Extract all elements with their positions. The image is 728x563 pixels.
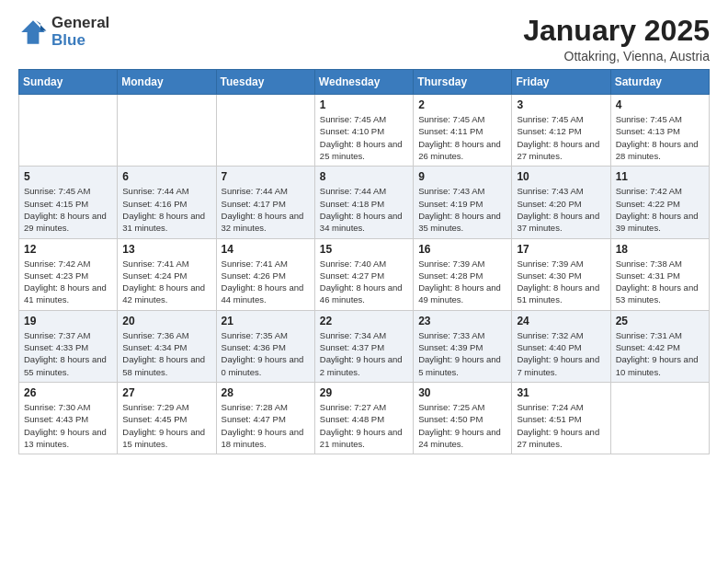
day-info: Sunrise: 7:39 AM Sunset: 4:28 PM Dayligh…: [418, 258, 506, 306]
calendar-cell-3-1: 12Sunrise: 7:42 AM Sunset: 4:23 PM Dayli…: [19, 238, 118, 310]
calendar-cell-2-2: 6Sunrise: 7:44 AM Sunset: 4:16 PM Daylig…: [118, 167, 216, 238]
day-info: Sunrise: 7:45 AM Sunset: 4:10 PM Dayligh…: [320, 113, 408, 162]
week-row-2: 5Sunrise: 7:45 AM Sunset: 4:15 PM Daylig…: [19, 167, 710, 238]
calendar-cell-1-2: [118, 95, 216, 167]
day-number: 6: [122, 170, 210, 183]
logo-general: General: [51, 14, 109, 31]
calendar-cell-2-7: 11Sunrise: 7:42 AM Sunset: 4:22 PM Dayli…: [610, 167, 709, 238]
day-info: Sunrise: 7:44 AM Sunset: 4:16 PM Dayligh…: [122, 185, 210, 234]
day-number: 2: [418, 98, 506, 111]
weekday-header-thursday: Thursday: [414, 70, 512, 95]
day-info: Sunrise: 7:40 AM Sunset: 4:27 PM Dayligh…: [320, 258, 408, 306]
day-info: Sunrise: 7:28 AM Sunset: 4:47 PM Dayligh…: [222, 401, 310, 450]
day-number: 23: [418, 315, 506, 327]
calendar-cell-3-2: 13Sunrise: 7:41 AM Sunset: 4:24 PM Dayli…: [118, 238, 216, 310]
logo-text: General Blue: [51, 15, 109, 49]
calendar-cell-4-3: 21Sunrise: 7:35 AM Sunset: 4:36 PM Dayli…: [216, 310, 314, 382]
day-number: 30: [418, 386, 506, 399]
day-info: Sunrise: 7:32 AM Sunset: 4:40 PM Dayligh…: [517, 329, 605, 378]
day-info: Sunrise: 7:45 AM Sunset: 4:13 PM Dayligh…: [616, 113, 704, 162]
day-info: Sunrise: 7:31 AM Sunset: 4:42 PM Dayligh…: [616, 329, 704, 378]
logo-icon: [18, 17, 48, 47]
calendar-cell-1-6: 3Sunrise: 7:45 AM Sunset: 4:12 PM Daylig…: [512, 95, 610, 167]
day-number: 26: [24, 386, 112, 399]
day-number: 9: [418, 170, 506, 183]
day-info: Sunrise: 7:34 AM Sunset: 4:37 PM Dayligh…: [320, 329, 408, 378]
week-row-5: 26Sunrise: 7:30 AM Sunset: 4:43 PM Dayli…: [19, 382, 710, 454]
day-info: Sunrise: 7:42 AM Sunset: 4:22 PM Dayligh…: [616, 185, 704, 234]
header: General Blue January 2025 Ottakring, Vie…: [18, 15, 710, 63]
day-number: 22: [320, 315, 408, 327]
logo-blue: Blue: [51, 31, 85, 49]
day-info: Sunrise: 7:41 AM Sunset: 4:26 PM Dayligh…: [222, 258, 310, 306]
calendar-cell-4-5: 23Sunrise: 7:33 AM Sunset: 4:39 PM Dayli…: [414, 310, 512, 382]
calendar-cell-1-1: [19, 95, 118, 167]
weekday-header-tuesday: Tuesday: [216, 70, 314, 95]
week-row-1: 1Sunrise: 7:45 AM Sunset: 4:10 PM Daylig…: [19, 95, 710, 167]
calendar-cell-5-4: 29Sunrise: 7:27 AM Sunset: 4:48 PM Dayli…: [314, 382, 413, 454]
day-number: 18: [616, 243, 704, 256]
day-info: Sunrise: 7:45 AM Sunset: 4:12 PM Dayligh…: [517, 113, 605, 162]
calendar-cell-4-4: 22Sunrise: 7:34 AM Sunset: 4:37 PM Dayli…: [314, 310, 413, 382]
calendar-subtitle: Ottakring, Vienna, Austria: [523, 49, 710, 63]
day-number: 1: [320, 98, 408, 111]
calendar-cell-3-6: 17Sunrise: 7:39 AM Sunset: 4:30 PM Dayli…: [512, 238, 610, 310]
calendar-cell-2-4: 8Sunrise: 7:44 AM Sunset: 4:18 PM Daylig…: [314, 167, 413, 238]
logo: General Blue: [18, 15, 109, 49]
week-row-4: 19Sunrise: 7:37 AM Sunset: 4:33 PM Dayli…: [19, 310, 710, 382]
day-info: Sunrise: 7:35 AM Sunset: 4:36 PM Dayligh…: [222, 329, 310, 378]
calendar-cell-5-7: [610, 382, 709, 454]
day-number: 20: [122, 315, 210, 327]
calendar-cell-5-5: 30Sunrise: 7:25 AM Sunset: 4:50 PM Dayli…: [414, 382, 512, 454]
calendar-cell-5-2: 27Sunrise: 7:29 AM Sunset: 4:45 PM Dayli…: [118, 382, 216, 454]
calendar-cell-5-6: 31Sunrise: 7:24 AM Sunset: 4:51 PM Dayli…: [512, 382, 610, 454]
day-info: Sunrise: 7:36 AM Sunset: 4:34 PM Dayligh…: [122, 329, 210, 378]
calendar-cell-1-4: 1Sunrise: 7:45 AM Sunset: 4:10 PM Daylig…: [314, 95, 413, 167]
day-number: 15: [320, 243, 408, 256]
calendar-cell-4-1: 19Sunrise: 7:37 AM Sunset: 4:33 PM Dayli…: [19, 310, 118, 382]
day-number: 24: [517, 315, 605, 327]
calendar-cell-2-6: 10Sunrise: 7:43 AM Sunset: 4:20 PM Dayli…: [512, 167, 610, 238]
calendar-container: General Blue January 2025 Ottakring, Vie…: [0, 0, 728, 464]
weekday-header-wednesday: Wednesday: [314, 70, 413, 95]
calendar-cell-3-4: 15Sunrise: 7:40 AM Sunset: 4:27 PM Dayli…: [314, 238, 413, 310]
day-info: Sunrise: 7:45 AM Sunset: 4:11 PM Dayligh…: [418, 113, 506, 162]
calendar-cell-2-3: 7Sunrise: 7:44 AM Sunset: 4:17 PM Daylig…: [216, 167, 314, 238]
week-row-3: 12Sunrise: 7:42 AM Sunset: 4:23 PM Dayli…: [19, 238, 710, 310]
day-number: 13: [122, 243, 210, 256]
day-info: Sunrise: 7:39 AM Sunset: 4:30 PM Dayligh…: [517, 258, 605, 306]
day-info: Sunrise: 7:41 AM Sunset: 4:24 PM Dayligh…: [122, 258, 210, 306]
day-number: 28: [222, 386, 310, 399]
weekday-header-monday: Monday: [118, 70, 216, 95]
calendar-table: SundayMondayTuesdayWednesdayThursdayFrid…: [18, 69, 710, 454]
day-number: 10: [517, 170, 605, 183]
day-number: 27: [122, 386, 210, 399]
calendar-cell-1-7: 4Sunrise: 7:45 AM Sunset: 4:13 PM Daylig…: [610, 95, 709, 167]
day-number: 16: [418, 243, 506, 256]
day-number: 3: [517, 98, 605, 111]
day-info: Sunrise: 7:27 AM Sunset: 4:48 PM Dayligh…: [320, 401, 408, 450]
day-info: Sunrise: 7:37 AM Sunset: 4:33 PM Dayligh…: [24, 329, 112, 378]
day-number: 19: [24, 315, 112, 327]
calendar-cell-1-3: [216, 95, 314, 167]
calendar-cell-2-1: 5Sunrise: 7:45 AM Sunset: 4:15 PM Daylig…: [19, 167, 118, 238]
calendar-cell-5-3: 28Sunrise: 7:28 AM Sunset: 4:47 PM Dayli…: [216, 382, 314, 454]
day-info: Sunrise: 7:38 AM Sunset: 4:31 PM Dayligh…: [616, 258, 704, 306]
day-number: 8: [320, 170, 408, 183]
calendar-cell-3-3: 14Sunrise: 7:41 AM Sunset: 4:26 PM Dayli…: [216, 238, 314, 310]
day-number: 4: [616, 98, 704, 111]
day-info: Sunrise: 7:43 AM Sunset: 4:20 PM Dayligh…: [517, 185, 605, 234]
calendar-cell-4-7: 25Sunrise: 7:31 AM Sunset: 4:42 PM Dayli…: [610, 310, 709, 382]
calendar-cell-3-5: 16Sunrise: 7:39 AM Sunset: 4:28 PM Dayli…: [414, 238, 512, 310]
day-number: 5: [24, 170, 112, 183]
day-info: Sunrise: 7:45 AM Sunset: 4:15 PM Dayligh…: [24, 185, 112, 234]
title-block: January 2025 Ottakring, Vienna, Austria: [523, 15, 710, 63]
day-number: 31: [517, 386, 605, 399]
weekday-header-saturday: Saturday: [610, 70, 709, 95]
day-number: 17: [517, 243, 605, 256]
day-number: 11: [616, 170, 704, 183]
day-info: Sunrise: 7:29 AM Sunset: 4:45 PM Dayligh…: [122, 401, 210, 450]
weekday-header-sunday: Sunday: [19, 70, 118, 95]
day-number: 21: [222, 315, 310, 327]
svg-marker-0: [21, 20, 45, 44]
